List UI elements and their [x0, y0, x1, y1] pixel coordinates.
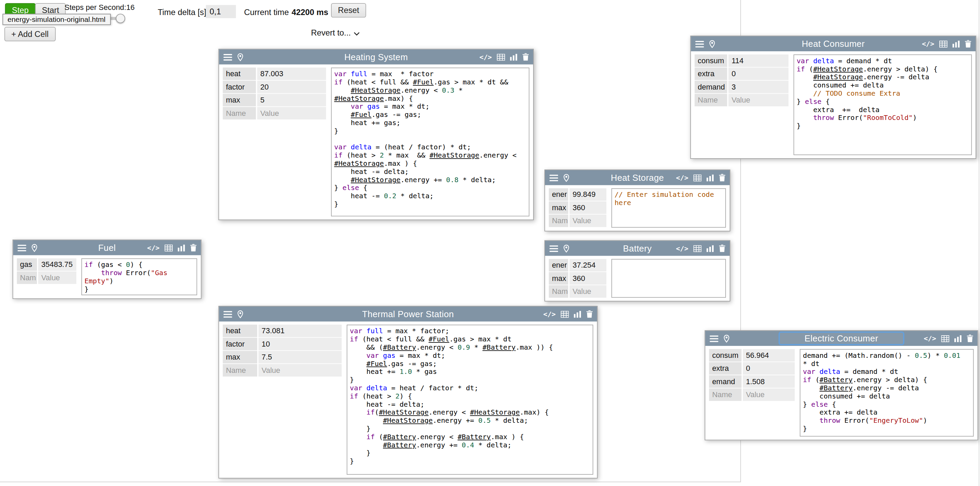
variable-name-input[interactable]: ener: [549, 188, 568, 201]
cell-header-drag-handle[interactable]: Thermal Power Station</>: [219, 307, 597, 322]
variable-name-input[interactable]: max: [549, 272, 568, 285]
pin-icon[interactable]: [237, 53, 243, 61]
variable-value-input[interactable]: 360: [570, 272, 606, 285]
time-delta-input[interactable]: 0,1: [206, 5, 236, 18]
code-view-icon[interactable]: </>: [543, 310, 556, 318]
variable-name-input[interactable]: max: [549, 201, 568, 214]
revert-to-dropdown[interactable]: Revert to...: [311, 28, 360, 37]
table-view-icon[interactable]: [164, 245, 173, 251]
variable-value-input[interactable]: 37.254: [570, 259, 606, 272]
code-editor[interactable]: demand += (Math.random() - 0.5) * 0.01 *…: [800, 349, 974, 437]
menu-icon[interactable]: [18, 245, 26, 251]
code-editor[interactable]: var full = max * factor if (heat < full …: [331, 68, 529, 217]
cell-header-drag-handle[interactable]: Electric Consumer</>: [705, 331, 978, 346]
variable-value-input[interactable]: 5: [257, 94, 326, 106]
code-view-icon[interactable]: </>: [924, 334, 936, 343]
variable-name-input[interactable]: Name: [223, 107, 256, 120]
trash-icon[interactable]: [522, 53, 529, 61]
variable-name-input[interactable]: extra: [694, 68, 727, 80]
trash-icon[interactable]: [190, 244, 196, 251]
cell-header-drag-handle[interactable]: Fuel</>: [13, 240, 201, 255]
code-editor[interactable]: var delta = demand * dt if (#HeatStorage…: [794, 54, 972, 155]
table-view-icon[interactable]: [497, 53, 505, 60]
variable-value-input[interactable]: 20: [257, 81, 326, 93]
variable-value-input[interactable]: 56.964: [743, 349, 795, 362]
add-cell-button[interactable]: + Add Cell: [5, 27, 56, 41]
cell-header-drag-handle[interactable]: Heat Storage</>: [545, 170, 730, 185]
code-view-icon[interactable]: </>: [147, 244, 159, 252]
slider-thumb[interactable]: [116, 14, 125, 23]
menu-icon[interactable]: [710, 335, 718, 342]
cell-title[interactable]: Heat Storage: [611, 173, 664, 183]
variable-name-input[interactable]: demand: [694, 81, 727, 93]
trash-icon[interactable]: [719, 174, 725, 181]
variable-name-input[interactable]: Name: [223, 364, 258, 376]
chart-view-icon[interactable]: [178, 245, 185, 251]
variable-value-input[interactable]: 1.508: [743, 375, 795, 388]
variable-value-input[interactable]: Value: [728, 94, 789, 106]
variable-value-input[interactable]: 35483.75: [38, 258, 76, 271]
variable-name-input[interactable]: Nam: [549, 285, 568, 298]
variable-value-input[interactable]: 99.849: [570, 188, 606, 201]
menu-icon[interactable]: [223, 311, 232, 318]
menu-icon[interactable]: [549, 245, 558, 251]
variable-value-input[interactable]: 7.5: [259, 351, 342, 364]
menu-icon[interactable]: [549, 174, 558, 181]
chart-view-icon[interactable]: [955, 335, 962, 342]
variable-value-input[interactable]: 360: [570, 201, 606, 214]
table-view-icon[interactable]: [561, 311, 569, 318]
code-editor[interactable]: // Enter simulation code here: [611, 188, 726, 228]
variable-name-input[interactable]: extra: [709, 362, 742, 375]
cell-title[interactable]: Heating System: [344, 52, 408, 62]
variable-name-input[interactable]: heat: [223, 68, 256, 80]
chart-view-icon[interactable]: [706, 174, 714, 181]
variable-value-input[interactable]: 3: [728, 81, 789, 93]
code-view-icon[interactable]: </>: [479, 53, 492, 61]
table-view-icon[interactable]: [941, 335, 949, 342]
cell-header-drag-handle[interactable]: Heating System</>: [219, 49, 533, 65]
pin-icon[interactable]: [724, 334, 730, 343]
trash-icon[interactable]: [586, 310, 593, 318]
pin-icon[interactable]: [563, 174, 570, 182]
variable-name-input[interactable]: factor: [223, 338, 258, 350]
variable-name-input[interactable]: heat: [223, 325, 258, 337]
table-view-icon[interactable]: [694, 174, 702, 181]
table-view-icon[interactable]: [694, 245, 702, 251]
code-editor[interactable]: if (gas < 0) { throw Error("Gas Empty") …: [81, 258, 197, 295]
variable-value-input[interactable]: Value: [570, 214, 606, 227]
variable-value-input[interactable]: Value: [743, 388, 795, 401]
variable-name-input[interactable]: gas: [17, 258, 37, 271]
variable-name-input[interactable]: Nam: [17, 272, 37, 284]
variable-name-input[interactable]: ener: [549, 259, 568, 272]
pin-icon[interactable]: [563, 245, 570, 253]
trash-icon[interactable]: [967, 335, 973, 342]
chart-view-icon[interactable]: [706, 245, 714, 251]
code-view-icon[interactable]: </>: [676, 245, 688, 253]
variable-value-input[interactable]: Value: [259, 364, 342, 376]
cell-title-input[interactable]: Electric Consumer: [778, 332, 904, 345]
variable-value-input[interactable]: 10: [259, 338, 342, 350]
variable-name-input[interactable]: Name: [694, 94, 727, 106]
menu-icon[interactable]: [223, 53, 232, 60]
variable-name-input[interactable]: consum: [694, 54, 727, 67]
variable-name-input[interactable]: Name: [709, 388, 742, 401]
reset-button[interactable]: Reset: [331, 3, 366, 17]
code-editor[interactable]: var full = max * factor; if (heat < full…: [347, 325, 593, 475]
variable-name-input[interactable]: emand: [709, 375, 742, 388]
cell-title[interactable]: Fuel: [98, 243, 116, 253]
code-view-icon[interactable]: </>: [676, 174, 688, 182]
variable-value-input[interactable]: 73.081: [259, 325, 342, 337]
variable-name-input[interactable]: factor: [223, 81, 256, 93]
code-editor[interactable]: [611, 259, 726, 298]
variable-name-input[interactable]: consum: [709, 349, 742, 362]
variable-name-input[interactable]: max: [223, 351, 258, 364]
variable-name-input[interactable]: Nam: [549, 214, 568, 227]
variable-value-input[interactable]: 114: [728, 54, 789, 67]
pin-icon[interactable]: [237, 310, 243, 318]
pin-icon[interactable]: [32, 244, 38, 252]
variable-value-input[interactable]: Value: [38, 272, 76, 284]
trash-icon[interactable]: [719, 245, 725, 252]
variable-value-input[interactable]: Value: [257, 107, 326, 120]
variable-name-input[interactable]: max: [223, 94, 256, 106]
variable-value-input[interactable]: 87.003: [257, 68, 326, 80]
